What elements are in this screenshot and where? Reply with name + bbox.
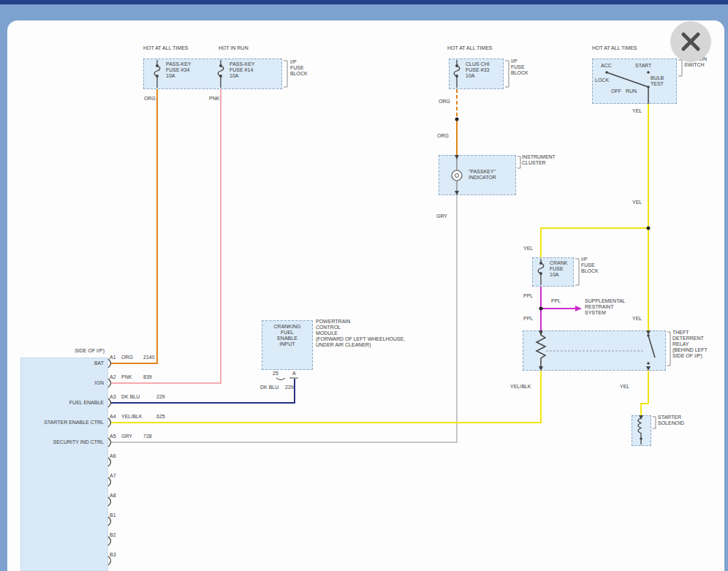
pin-b1-id: B1 <box>110 513 116 518</box>
solenoid-symbol <box>638 415 643 445</box>
theft-deterrent-relay-label: THEFT DETERRENT RELAY (BEHIND LEFT SIDE … <box>672 330 708 359</box>
pin-a3-circuit: 229 <box>156 394 165 400</box>
pin-a3-wire: DK BLU <box>121 394 140 400</box>
gry-wire-label: GRY <box>436 213 447 219</box>
passkey-indicator-lamp <box>452 155 462 195</box>
yel-lower-label: YEL <box>632 316 642 322</box>
app-window: HOT AT ALL TIMES HOT IN RUN PASS-KEY FUS… <box>0 0 728 571</box>
pin-a7-id: A7 <box>110 473 116 479</box>
pin-b2-id: B2 <box>110 532 116 538</box>
yel-branch-label: YEL <box>523 246 533 252</box>
srs-label: SUPPLEMENTAL RESTRAINT SYSTEM <box>585 298 626 316</box>
ppl-upper-label: PPL <box>523 293 533 299</box>
callout-brackets <box>284 60 682 428</box>
ignition-switch-symbol <box>605 71 650 104</box>
pin-a3-id: A3 <box>110 394 116 400</box>
hot-at-all-times-left-label: HOT AT ALL TIMES <box>143 45 188 51</box>
pin-a5-id: A5 <box>110 434 116 439</box>
lock-position-label: LOCK <box>595 77 609 83</box>
instrument-cluster-label: INSTRUMENT CLUSTER <box>522 154 556 166</box>
fuse14-label: PASS-KEY FUSE #14 10A <box>230 61 255 79</box>
org-cluster-wire <box>455 89 459 155</box>
close-button[interactable] <box>670 21 711 62</box>
org-lower-label: ORG <box>437 133 449 139</box>
start-position-label: START <box>635 63 651 69</box>
ppl-arrow-label: PPL <box>551 298 561 304</box>
ip-fuse-block-crank-label: I/P FUSE BLOCK <box>581 257 599 274</box>
acc-position-label: ACC <box>601 63 612 69</box>
pin-a2-id: A2 <box>110 374 116 380</box>
connector-title: SIDE OF I/P) <box>22 348 105 354</box>
org-wire-label: ORG <box>144 96 156 102</box>
pin-a5-wire: GRY <box>121 434 132 439</box>
pnk-wire <box>111 89 221 383</box>
ppl-lower-label: PPL <box>523 316 533 322</box>
pcm-pinA-label: A <box>292 371 296 377</box>
starter-solenoid-label: STARTER SOLENOID <box>658 415 684 426</box>
yel-solenoid-label: YEL <box>620 384 629 390</box>
org-upper-label: ORG <box>439 99 450 105</box>
hot-at-all-times-mid-label: HOT AT ALL TIMES <box>447 45 492 51</box>
pin-a2-signal: IGN <box>22 380 104 386</box>
pin-a3-signal: FUEL ENABLE <box>22 400 104 406</box>
pin-a5-circuit: 728 <box>143 434 152 439</box>
yel-blk-wire-label: YEL/BLK <box>510 384 531 390</box>
pnk-wire-label: PNK <box>209 96 219 102</box>
pcm-callout-label: POWERTRAIN CONTROL MODULE (FORWARD OF LE… <box>316 319 405 348</box>
off-position-label: OFF <box>611 88 621 94</box>
pin-a6-id: A6 <box>110 453 116 459</box>
pin-b3-id: B3 <box>110 552 116 558</box>
dk-blu-circuit-label: 229 <box>285 385 294 390</box>
pin-a1-wire: ORG <box>121 355 133 360</box>
pin-a4-id: A4 <box>110 414 116 420</box>
pcm-pin25-label: 25 <box>273 371 278 377</box>
fuse34-label: PASS-KEY FUSE #34 10A <box>166 61 192 79</box>
close-icon <box>670 21 711 62</box>
hot-at-all-times-right-label: HOT AT ALL TIMES <box>592 45 637 51</box>
yel-mid-label: YEL <box>632 200 642 205</box>
pin-a1-circuit: 2140 <box>143 355 155 360</box>
pin-a5-signal: SECURITY IND CTRL <box>22 439 104 445</box>
cranking-fuel-enable-label: CRANKING FUEL ENABLE INPUT <box>262 324 313 347</box>
ppl-wire <box>539 287 583 330</box>
pin-a2-circuit: 839 <box>143 374 152 380</box>
yel-blk-wire <box>111 371 541 423</box>
pin-a1-id: A1 <box>110 355 116 360</box>
pin-a8-id: A8 <box>110 493 116 499</box>
pin-a2-wire: PNK <box>121 374 132 380</box>
wiring-layer <box>0 0 728 571</box>
run-position-label: RUN <box>626 88 637 94</box>
passkey-indicator-label: "PASSKEY" INDICATOR <box>469 169 496 181</box>
dk-blu-wire-label: DK BLU <box>260 385 278 390</box>
relay-symbol <box>536 330 655 371</box>
pin-a4-circuit: 625 <box>156 414 165 420</box>
org-wire <box>111 89 157 363</box>
pin-a4-wire: YEL/BLK <box>121 414 142 420</box>
hot-in-run-label: HOT IN RUN <box>219 45 249 51</box>
yel-upper-label: YEL <box>632 108 642 114</box>
crank-fuse-label: CRANK FUSE 10A <box>550 260 568 278</box>
bulb-test-position-label: BULB TEST <box>651 75 664 87</box>
fuse33-label: CLUS CHI FUSE #33 10A <box>466 61 490 79</box>
pin-a4-signal: STARTER ENABLE CTRL <box>22 420 104 426</box>
ip-fuse-block-mid-label: I/P FUSE BLOCK <box>511 58 528 76</box>
ip-fuse-block-left-label: I/P FUSE BLOCK <box>290 59 308 77</box>
pin-a1-signal: BAT <box>22 360 104 366</box>
